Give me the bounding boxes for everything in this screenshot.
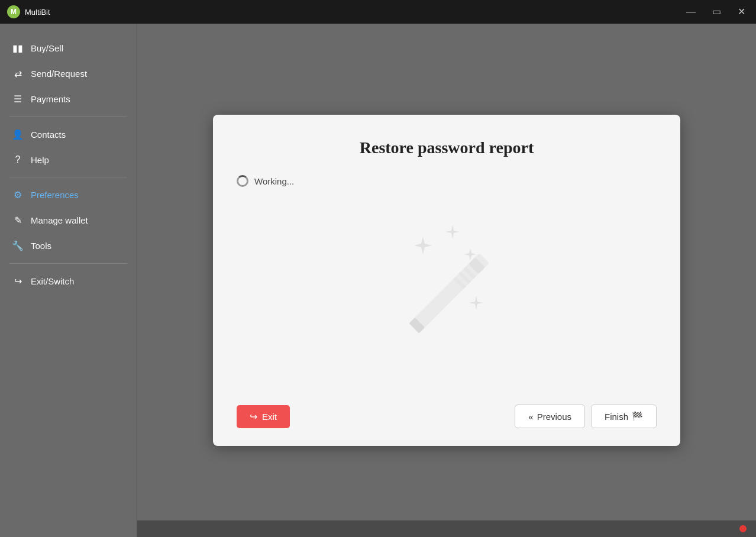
sidebar-item-contacts[interactable]: 👤 Contacts	[0, 122, 137, 147]
previous-arrows-icon: «	[528, 412, 533, 422]
dialog-footer: ↪ Exit « Previous Finish 🏁	[237, 405, 657, 428]
exit-label: Exit	[262, 412, 277, 422]
sidebar-label-buy-sell: Buy/Sell	[31, 43, 63, 53]
restore-password-dialog: Restore password report Working...	[213, 115, 680, 446]
footer-right-buttons: « Previous Finish 🏁	[515, 405, 657, 428]
help-icon: ?	[12, 154, 24, 165]
sidebar-divider-2	[9, 177, 127, 177]
illustration-area	[237, 199, 657, 393]
close-button[interactable]: ✕	[734, 6, 749, 18]
sidebar-item-payments[interactable]: ☰ Payments	[0, 86, 137, 112]
sidebar-divider-1	[9, 117, 127, 117]
sidebar-divider-3	[9, 263, 127, 264]
sidebar-label-contacts: Contacts	[31, 130, 66, 140]
spinner-icon	[237, 175, 248, 187]
previous-button[interactable]: « Previous	[515, 405, 585, 428]
status-indicator	[739, 525, 747, 532]
finish-label: Finish	[605, 412, 628, 422]
sidebar-item-preferences[interactable]: ⚙ Preferences	[0, 182, 137, 208]
buy-sell-icon: ▮▮	[12, 43, 24, 54]
sidebar-label-manage-wallet: Manage wallet	[31, 215, 88, 225]
sidebar-label-payments: Payments	[31, 94, 70, 104]
contacts-icon: 👤	[12, 129, 24, 140]
sidebar-item-help[interactable]: ? Help	[0, 147, 137, 172]
magic-wand-illustration	[352, 201, 541, 390]
content-area: Restore password report Working...	[137, 24, 756, 537]
maximize-button[interactable]: ▭	[709, 6, 725, 18]
working-row: Working...	[237, 175, 657, 187]
sidebar-item-manage-wallet[interactable]: ✎ Manage wallet	[0, 208, 137, 233]
app-body: ▮▮ Buy/Sell ⇄ Send/Request ☰ Payments 👤 …	[0, 24, 756, 537]
titlebar-left: M MultiBit	[7, 5, 50, 18]
exit-button[interactable]: ↪ Exit	[237, 405, 290, 428]
manage-wallet-icon: ✎	[12, 215, 24, 226]
finish-flag-icon: 🏁	[632, 411, 643, 422]
send-request-icon: ⇄	[12, 68, 24, 79]
working-text: Working...	[254, 176, 294, 186]
sidebar-label-send-request: Send/Request	[31, 69, 87, 79]
sidebar-item-exit-switch[interactable]: ↪ Exit/Switch	[0, 268, 137, 294]
preferences-icon: ⚙	[12, 189, 24, 200]
app-title: MultiBit	[25, 8, 50, 17]
exit-switch-icon: ↪	[12, 276, 24, 287]
sidebar-label-tools: Tools	[31, 241, 51, 251]
sidebar-item-tools[interactable]: 🔧 Tools	[0, 233, 137, 258]
finish-button[interactable]: Finish 🏁	[591, 405, 657, 428]
minimize-button[interactable]: —	[683, 6, 699, 18]
sidebar-item-buy-sell[interactable]: ▮▮ Buy/Sell	[0, 35, 137, 61]
payments-icon: ☰	[12, 93, 24, 105]
tools-icon: 🔧	[12, 240, 24, 251]
sidebar-label-help: Help	[31, 155, 49, 165]
dialog-title: Restore password report	[237, 138, 657, 157]
titlebar: M MultiBit — ▭ ✕	[0, 0, 756, 24]
sidebar-label-preferences: Preferences	[31, 190, 79, 200]
exit-icon: ↪	[250, 411, 257, 422]
sidebar: ▮▮ Buy/Sell ⇄ Send/Request ☰ Payments 👤 …	[0, 24, 137, 537]
sidebar-label-exit-switch: Exit/Switch	[31, 276, 74, 286]
window-controls: — ▭ ✕	[683, 6, 749, 18]
previous-label: Previous	[537, 412, 571, 422]
statusbar	[137, 520, 756, 537]
sidebar-item-send-request[interactable]: ⇄ Send/Request	[0, 61, 137, 86]
app-logo: M	[7, 5, 20, 18]
